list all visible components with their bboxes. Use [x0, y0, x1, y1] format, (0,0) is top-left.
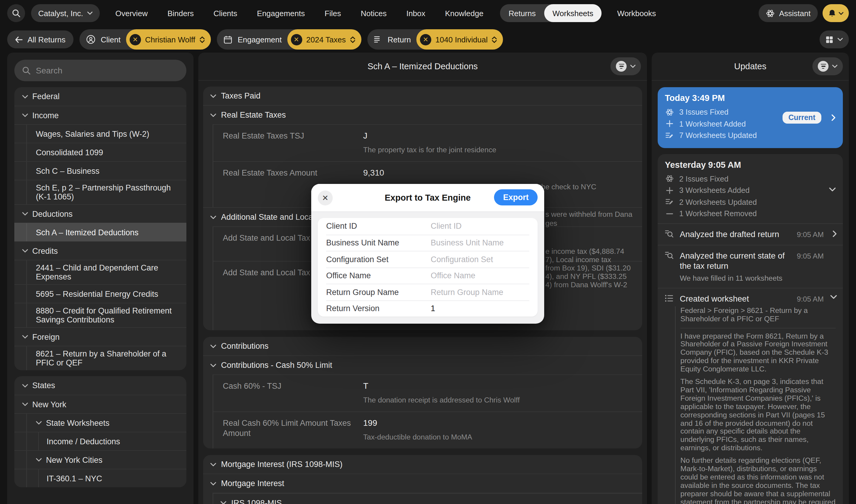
minus-icon [665, 210, 674, 217]
chevron-right-icon[interactable] [833, 230, 837, 237]
updates-body: Today 3:49 PM 3 Issues Fixed 1 Worksheet… [652, 80, 849, 504]
section-contributions[interactable]: Contributions [203, 337, 642, 355]
modal-header: ✕ Export to Tax Engine Export [311, 184, 544, 212]
global-search-button[interactable] [7, 4, 25, 22]
tree-item-income[interactable]: Income [14, 106, 186, 124]
update-item-analyzed-current[interactable]: Analyzed the current state of the tax re… [658, 245, 843, 288]
nav-engagements[interactable]: Engagements [257, 8, 305, 18]
tree-item-2441[interactable]: 2441 – Child and Dependent Care Expenses [14, 260, 186, 284]
engagement-filter-chip[interactable]: ✕ 2024 Taxes [287, 29, 361, 50]
view-toggle-button[interactable] [820, 31, 849, 48]
field-note: Tax-deductible donation to MoMA [363, 433, 626, 442]
org-switcher[interactable]: Catalyst, Inc. [31, 4, 100, 22]
notifications-button[interactable] [823, 4, 849, 22]
tab-worksheets[interactable]: Worksheets [544, 4, 602, 22]
engagement-filter-group: Engagement ✕ 2024 Taxes [217, 29, 361, 50]
modal-field-return-version[interactable]: Return Version 1 [326, 300, 529, 317]
modal-field-value: 1 [431, 304, 435, 313]
tree-item-8880[interactable]: 8880 – Credit for Qualified Retirement S… [14, 303, 186, 327]
section-mortgage-interest[interactable]: Mortgage Interest [203, 474, 642, 493]
chevron-down-icon [210, 94, 216, 97]
updates-filter-button[interactable] [813, 57, 843, 75]
worksheet-header: Sch A – Itemized Deductions [198, 53, 647, 80]
section-mortgage-1098[interactable]: Mortgage Interest (IRS 1098-MIS) [203, 455, 642, 473]
tree-item-sch-e[interactable]: Sch E, p 2 – Partnership Passthrough (K-… [14, 180, 186, 204]
timestamp: 9:05 AM [797, 252, 824, 260]
sidebar-search[interactable] [14, 60, 186, 81]
remove-filter-icon[interactable]: ✕ [291, 34, 302, 45]
field-row-real-estate-taxes-tsj[interactable]: Real Estate Taxes TSJ JThe property tax … [213, 125, 642, 161]
tree-item-8621[interactable]: 8621 – Return by a Shareholder of a PFIC… [14, 346, 186, 370]
modal-field-client-id[interactable]: Client ID Client ID [326, 218, 529, 234]
remove-filter-icon[interactable]: ✕ [130, 34, 141, 45]
chevron-down-icon [210, 463, 216, 466]
section-irs-1098-mis[interactable]: IRS 1098-MIS [213, 493, 642, 504]
modal-field-label: Return Version [326, 304, 431, 313]
org-name: Catalyst, Inc. [38, 8, 83, 18]
tab-returns[interactable]: Returns [500, 8, 544, 18]
all-returns-back-button[interactable]: All Returns [7, 31, 73, 48]
tree-item-sch-a-selected[interactable]: Sch A – Itemized Deductions [14, 223, 186, 241]
nav-notices[interactable]: Notices [361, 8, 387, 18]
tree-item-it-360[interactable]: IT-360.1 – NYC [14, 469, 186, 487]
update-item-created-worksheet[interactable]: Created worksheet 9:05 AM Federal > Fore… [658, 288, 843, 504]
nav-knowledge[interactable]: Knowledge [445, 8, 484, 18]
top-nav: Catalyst, Inc. Overview Binders Clients … [0, 0, 856, 26]
chevron-right-icon[interactable] [832, 114, 836, 121]
tree-item-states[interactable]: States [14, 376, 186, 395]
chevron-up-down-icon [199, 36, 205, 43]
field-row-real-cash-60[interactable]: Real Cash 60% Limit Amount Taxes Amount … [213, 411, 642, 448]
issues-fixed-icon [665, 175, 674, 183]
tree-item-credits[interactable]: Credits [14, 241, 186, 260]
chevron-down-icon[interactable] [830, 295, 837, 299]
assistant-button[interactable]: Assistant [759, 4, 818, 22]
nav-links: Overview Binders Clients Engagements Fil… [115, 8, 483, 18]
modal-field-configuration-set[interactable]: Configuration Set Configuration Set [326, 251, 529, 267]
chevron-down-icon[interactable] [829, 187, 836, 192]
nav-clients[interactable]: Clients [214, 8, 237, 18]
nav-overview[interactable]: Overview [115, 8, 147, 18]
remove-filter-icon[interactable]: ✕ [420, 34, 431, 45]
section-real-estate-taxes[interactable]: Real Estate Taxes [203, 106, 642, 124]
worksheet-filter-button[interactable] [610, 57, 641, 75]
update-item-note: We have filled in 11 worksheets [680, 274, 836, 282]
assistant-label: Assistant [779, 8, 811, 18]
field-row-cash-60-tsj[interactable]: Cash 60% - TSJ TThe donation receipt is … [213, 375, 642, 411]
client-filter-chip[interactable]: ✕ Christian Wolff [126, 29, 211, 50]
update-card-yesterday[interactable]: Yesterday 9:05 AM 2 Issues Fixed 3 Works… [658, 154, 843, 223]
tree-item-new-york[interactable]: New York [14, 395, 186, 413]
return-filter-chip[interactable]: ✕ 1040 Individual [416, 29, 503, 50]
nav-workbooks[interactable]: Workbooks [617, 8, 656, 18]
chevron-down-icon [22, 95, 28, 98]
nav-files[interactable]: Files [325, 8, 341, 18]
chevron-down-icon [22, 402, 28, 406]
tree-item-federal[interactable]: Federal [14, 87, 186, 106]
close-icon[interactable]: ✕ [318, 191, 333, 205]
tree-item-new-york-cities[interactable]: New York Cities [14, 450, 186, 469]
modal-field-return-group[interactable]: Return Group Name Return Group Name [326, 284, 529, 300]
tree-item-consolidated-1099[interactable]: Consolidated 1099 [14, 143, 186, 161]
tree-item-label: Consolidated 1099 [36, 148, 103, 157]
chevron-up-down-icon [492, 36, 497, 43]
nav-binders[interactable]: Binders [167, 8, 194, 18]
section-taxes-paid[interactable]: Taxes Paid [203, 87, 642, 105]
export-button[interactable]: Export [494, 189, 538, 205]
return-filter-group: Return ✕ 1040 Individual [368, 29, 503, 50]
tree-item-label: Income [32, 111, 59, 120]
tree-item-state-worksheets[interactable]: State Worksheets [14, 413, 186, 432]
modal-field-business-unit[interactable]: Business Unit Name Business Unit Name [326, 234, 529, 251]
plus-icon [665, 120, 674, 127]
search-input[interactable] [36, 66, 179, 75]
modal-field-office-name[interactable]: Office Name Office Name [326, 267, 529, 284]
tree-item-sch-c[interactable]: Sch C – Business [14, 161, 186, 180]
section-contributions-cash-50[interactable]: Contributions - Cash 50% Limit [203, 356, 642, 374]
nav-inbox[interactable]: Inbox [406, 8, 425, 18]
tree-item-foreign[interactable]: Foreign [14, 327, 186, 346]
tree-item-deductions[interactable]: Deductions [14, 204, 186, 223]
tree-item-income-deductions[interactable]: Income / Deductions [14, 432, 186, 450]
chevron-down-icon [832, 65, 837, 68]
tree-item-wages[interactable]: Wages, Salaries and Tips (W-2) [14, 124, 186, 143]
tree-item-5695[interactable]: 5695 – Residential Energy Credits [14, 284, 186, 303]
update-item-analyzed-drafted[interactable]: Analyzed the drafted return 9:05 AM [658, 223, 843, 245]
update-card-today[interactable]: Today 3:49 PM 3 Issues Fixed 1 Worksheet… [658, 87, 843, 148]
